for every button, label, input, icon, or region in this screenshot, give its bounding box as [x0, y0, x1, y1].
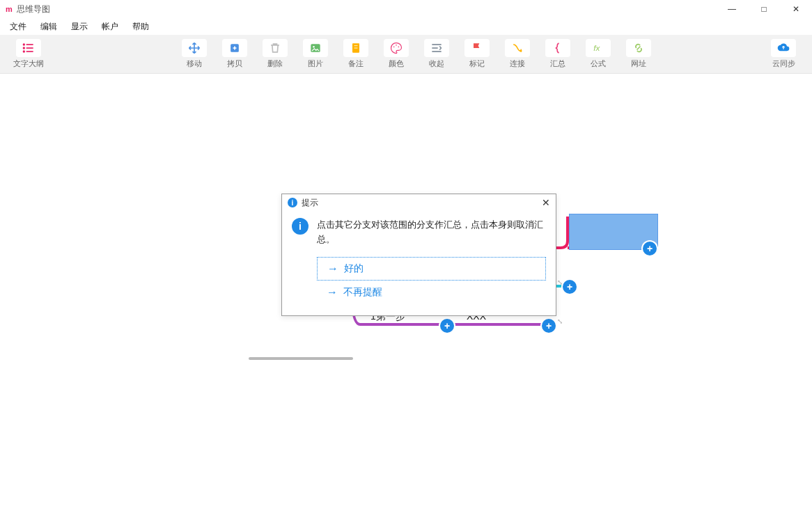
cloud-sync-button[interactable]: 云同步	[766, 38, 801, 71]
brace-icon	[545, 39, 570, 57]
dont-remind-button[interactable]: → 不再提醒	[317, 281, 546, 304]
color-button[interactable]: 颜色	[379, 38, 414, 71]
dialog-close-button[interactable]: ✕	[542, 197, 550, 208]
cloud-icon	[771, 39, 796, 57]
add-node-button-4[interactable]: +	[542, 319, 556, 333]
dialog-body: i 点击其它分支对该范围的分支作汇总，点击本身则取消汇总。 → 好的 → 不再提…	[282, 211, 556, 315]
summary-button[interactable]: 汇总	[540, 38, 575, 71]
resize-handle-2[interactable]: ⤡	[557, 317, 563, 325]
info-icon-small: i	[288, 198, 297, 207]
mark-label: 标记	[469, 58, 485, 69]
svg-text:fx: fx	[593, 43, 600, 52]
minimize-button[interactable]: —	[716, 0, 748, 18]
palette-icon	[384, 39, 409, 57]
copy-icon	[222, 39, 247, 57]
url-button[interactable]: 网址	[621, 38, 656, 71]
menubar: 文件 编辑 显示 帐户 帮助	[0, 18, 812, 35]
delete-button[interactable]: 删除	[258, 38, 292, 71]
formula-icon: fx	[586, 39, 611, 57]
svg-point-12	[393, 47, 395, 48]
link-icon	[626, 39, 651, 57]
svg-point-8	[313, 46, 315, 48]
menu-view[interactable]: 显示	[64, 19, 95, 34]
ok-button[interactable]: → 好的	[317, 257, 546, 281]
app-title: 思维导图	[17, 3, 50, 15]
titlebar: m 思维导图 — □ ✕	[0, 0, 812, 18]
root-branch	[249, 357, 353, 360]
add-node-button-3[interactable]: +	[440, 319, 454, 333]
add-node-button-1[interactable]: +	[643, 242, 657, 255]
arrow-right-icon: →	[327, 262, 338, 275]
dialog-header: i 提示 ✕	[282, 194, 556, 211]
color-label: 颜色	[389, 58, 404, 69]
outline-label: 文字大纲	[13, 58, 44, 69]
image-icon	[303, 39, 328, 57]
menu-account[interactable]: 帐户	[95, 19, 125, 34]
connect-label: 连接	[510, 58, 525, 69]
menu-file[interactable]: 文件	[3, 19, 33, 34]
cloud-label: 云同步	[772, 58, 795, 69]
trash-icon	[263, 39, 288, 57]
url-label: 网址	[631, 58, 646, 69]
copy-label: 拷贝	[227, 58, 242, 69]
svg-point-0	[24, 44, 25, 45]
copy-button[interactable]: 拷贝	[217, 38, 252, 71]
image-button[interactable]: 图片	[298, 38, 333, 71]
collapse-icon	[424, 39, 449, 57]
window-controls: — □ ✕	[716, 0, 812, 18]
note-button[interactable]: 备注	[338, 38, 373, 71]
mark-button[interactable]: 标记	[460, 38, 494, 71]
arrow-right-icon: →	[327, 286, 338, 299]
move-button[interactable]: 移动	[177, 38, 212, 71]
tip-dialog: i 提示 ✕ i 点击其它分支对该范围的分支作汇总，点击本身则取消汇总。 → 好…	[281, 194, 556, 316]
note-label: 备注	[348, 58, 364, 69]
collapse-button[interactable]: 收起	[419, 38, 454, 71]
ok-label: 好的	[344, 262, 364, 275]
dont-remind-label: 不再提醒	[343, 286, 382, 299]
formula-button[interactable]: fx 公式	[581, 38, 616, 71]
svg-point-2	[24, 47, 25, 49]
list-icon	[16, 39, 41, 57]
move-icon	[182, 39, 207, 57]
svg-point-4	[24, 51, 25, 52]
resize-handle-1[interactable]: ⤡	[557, 278, 563, 286]
flag-icon	[464, 39, 490, 57]
summary-label: 汇总	[550, 58, 565, 69]
toolbar: 文字大纲 移动 拷贝 删除 图片 备注 颜色 收起 标记 连接 汇总	[0, 35, 812, 74]
delete-label: 删除	[267, 58, 283, 69]
info-icon: i	[292, 218, 309, 235]
svg-point-14	[398, 47, 400, 48]
app-icon: m	[6, 5, 13, 13]
connect-button[interactable]: 连接	[500, 38, 535, 71]
close-button[interactable]: ✕	[780, 0, 812, 18]
add-node-button-2[interactable]: +	[563, 280, 577, 294]
connect-icon	[505, 39, 530, 57]
note-icon	[343, 39, 368, 57]
formula-label: 公式	[591, 58, 606, 69]
image-label: 图片	[308, 58, 323, 69]
menu-edit[interactable]: 编辑	[33, 19, 64, 34]
outline-button[interactable]: 文字大纲	[11, 38, 46, 71]
dialog-message: 点击其它分支对该范围的分支作汇总，点击本身则取消汇总。	[317, 218, 546, 247]
move-label: 移动	[187, 58, 202, 69]
svg-point-13	[396, 45, 397, 46]
dialog-title: 提示	[302, 197, 318, 209]
menu-help[interactable]: 帮助	[125, 19, 156, 34]
maximize-button[interactable]: □	[748, 0, 780, 18]
collapse-label: 收起	[429, 58, 444, 69]
